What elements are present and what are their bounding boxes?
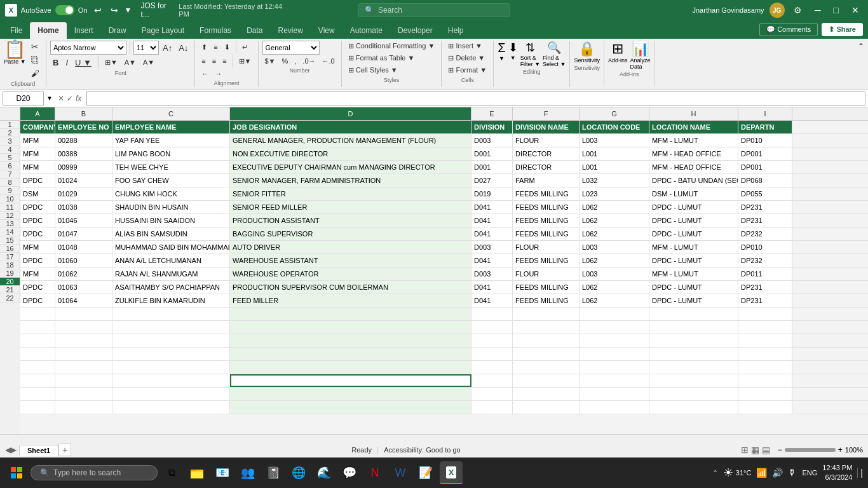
format-as-table-button[interactable]: ⊞ Format as Table ▼ bbox=[346, 53, 438, 64]
cell-r2-d[interactable]: GENERAL MANAGER, PRODUCTION MANAGEMENT (… bbox=[230, 134, 471, 147]
cell-r22-c[interactable] bbox=[112, 401, 230, 414]
undo-icon[interactable]: ↩ bbox=[92, 5, 104, 15]
ribbon-collapse[interactable]: ⌃ bbox=[858, 41, 864, 87]
row-number-2[interactable]: 2 bbox=[0, 129, 20, 137]
taskbar-chrome[interactable]: 🌐 bbox=[287, 461, 310, 484]
analyze-data-button[interactable]: 📊 AnalyzeData bbox=[630, 41, 651, 70]
cell-r22-e[interactable] bbox=[471, 401, 513, 414]
cell-r13-e[interactable]: D041 bbox=[471, 281, 513, 294]
cell-r9-c[interactable]: ALIAS BIN SAMSUDIN bbox=[112, 227, 230, 240]
cell-r15-e[interactable] bbox=[471, 308, 513, 320]
cell-r11-a[interactable]: DPDC bbox=[20, 254, 55, 267]
cell-r4-f[interactable]: DIRECTOR bbox=[513, 161, 580, 173]
cell-r11-h[interactable]: DPDC - LUMUT bbox=[649, 254, 738, 267]
row-number-7[interactable]: 7 bbox=[0, 170, 20, 179]
cell-r6-h[interactable]: DSM - LUMUT bbox=[649, 187, 738, 200]
cell-r20-h[interactable] bbox=[649, 374, 738, 387]
align-left-button[interactable]: ≡ bbox=[199, 55, 208, 67]
cell-r14-h[interactable]: DPDC - LUMUT bbox=[649, 294, 738, 307]
cell-r12-f[interactable]: FLOUR bbox=[513, 268, 580, 280]
cell-r16-b[interactable] bbox=[55, 321, 112, 334]
cell-r15-a[interactable] bbox=[20, 308, 55, 320]
insert-function-icon[interactable]: fx bbox=[76, 94, 81, 103]
cell-r16-g[interactable] bbox=[580, 321, 649, 334]
cell-r18-g[interactable] bbox=[580, 348, 649, 360]
tab-data[interactable]: Data bbox=[239, 22, 270, 39]
cell-r16-f[interactable] bbox=[513, 321, 580, 334]
align-center-button[interactable]: ≡ bbox=[210, 55, 219, 67]
cell-r6-c[interactable]: CHUNG KIM HOCK bbox=[112, 187, 230, 200]
cell-r3-c[interactable]: LIM PANG BOON bbox=[112, 147, 230, 160]
cell-r8-i[interactable]: DP231 bbox=[738, 214, 792, 227]
mic-icon[interactable]: 🎙 bbox=[788, 468, 797, 478]
zoom-slider[interactable] bbox=[785, 448, 836, 452]
cell-r8-e[interactable]: D041 bbox=[471, 214, 513, 227]
decrease-font-button[interactable]: A↓ bbox=[176, 42, 191, 54]
row-number-4[interactable]: 4 bbox=[0, 146, 20, 154]
cell-r1-i[interactable]: DEPARTN bbox=[738, 121, 792, 133]
cell-r10-c[interactable]: MUHAMMAD SAID BIN MOHAMMAD bbox=[112, 241, 230, 254]
cell-r18-f[interactable] bbox=[513, 348, 580, 360]
cell-r18-d[interactable] bbox=[230, 348, 471, 360]
cell-r8-h[interactable]: DPDC - LUMUT bbox=[649, 214, 738, 227]
row-number-18[interactable]: 18 bbox=[0, 261, 20, 269]
cell-reference-box[interactable]: D20 bbox=[3, 92, 44, 105]
cell-r6-d[interactable]: SENIOR FITTER bbox=[230, 187, 471, 200]
format-button[interactable]: ⊞ Format ▼ bbox=[445, 65, 489, 76]
cell-r17-i[interactable] bbox=[738, 334, 792, 347]
cell-r3-g[interactable]: L001 bbox=[580, 147, 649, 160]
cell-r4-i[interactable]: DP001 bbox=[738, 161, 792, 173]
tab-file[interactable]: File bbox=[3, 22, 30, 39]
cell-r22-a[interactable] bbox=[20, 401, 55, 414]
decrease-decimal-button[interactable]: ←.0 bbox=[320, 56, 337, 66]
network-icon[interactable]: 📶 bbox=[756, 468, 767, 478]
cell-r11-f[interactable]: FEEDS MILLING bbox=[513, 254, 580, 267]
cell-r15-h[interactable] bbox=[649, 308, 738, 320]
next-sheet-button[interactable]: ▶ bbox=[11, 445, 17, 454]
cell-r3-e[interactable]: D001 bbox=[471, 147, 513, 160]
cell-r17-b[interactable] bbox=[55, 334, 112, 347]
cell-r18-h[interactable] bbox=[649, 348, 738, 360]
cell-r22-f[interactable] bbox=[513, 401, 580, 414]
cell-r7-b[interactable]: 01038 bbox=[55, 201, 112, 214]
prev-sheet-button[interactable]: ◀ bbox=[5, 445, 11, 454]
cell-r16-e[interactable] bbox=[471, 321, 513, 334]
cell-r13-b[interactable]: 01063 bbox=[55, 281, 112, 294]
cell-r8-g[interactable]: L062 bbox=[580, 214, 649, 227]
cell-r22-h[interactable] bbox=[649, 401, 738, 414]
border-button[interactable]: ⊞▼ bbox=[102, 57, 120, 68]
cell-r2-i[interactable]: DP010 bbox=[738, 134, 792, 147]
show-hidden-icons[interactable]: ⌃ bbox=[712, 469, 718, 477]
formula-input[interactable] bbox=[86, 92, 865, 105]
taskbar-onenote[interactable]: 📓 bbox=[262, 461, 285, 484]
row-number-9[interactable]: 9 bbox=[0, 187, 20, 195]
cell-r11-c[interactable]: ANAN A/L LETCHUMANAN bbox=[112, 254, 230, 267]
cell-r18-a[interactable] bbox=[20, 348, 55, 360]
cell-r7-e[interactable]: D041 bbox=[471, 201, 513, 214]
cell-r20-g[interactable] bbox=[580, 374, 649, 387]
cell-r10-i[interactable]: DP010 bbox=[738, 241, 792, 254]
settings-icon[interactable]: ⚙ bbox=[790, 5, 806, 15]
font-size-select[interactable]: 11 bbox=[133, 41, 159, 55]
currency-button[interactable]: $▼ bbox=[262, 56, 278, 66]
cell-r9-g[interactable]: L062 bbox=[580, 227, 649, 240]
cell-r4-g[interactable]: L001 bbox=[580, 161, 649, 173]
cell-r8-b[interactable]: 01046 bbox=[55, 214, 112, 227]
cell-r13-g[interactable]: L062 bbox=[580, 281, 649, 294]
cell-r15-i[interactable] bbox=[738, 308, 792, 320]
taskbar-whatsapp[interactable]: 💬 bbox=[338, 461, 361, 484]
cell-r17-d[interactable] bbox=[230, 334, 471, 347]
cell-r12-d[interactable]: WAREHOUSE OPERATOR bbox=[230, 268, 471, 280]
cell-r2-a[interactable]: MFM bbox=[20, 134, 55, 147]
cell-r8-a[interactable]: DPDC bbox=[20, 214, 55, 227]
zoom-out-button[interactable]: − bbox=[778, 445, 782, 454]
cell-r20-a[interactable] bbox=[20, 374, 55, 387]
find-select-button[interactable]: 🔍 Find &Select ▼ bbox=[543, 41, 566, 67]
cell-r1-c[interactable]: EMPLOYEE NAME bbox=[112, 121, 230, 133]
cell-r18-c[interactable] bbox=[112, 348, 230, 360]
increase-font-button[interactable]: A↑ bbox=[160, 42, 175, 54]
page-layout-view-icon[interactable]: ▦ bbox=[751, 445, 759, 455]
cell-r21-e[interactable] bbox=[471, 388, 513, 400]
cell-r16-i[interactable] bbox=[738, 321, 792, 334]
cell-r7-a[interactable]: DPDC bbox=[20, 201, 55, 214]
